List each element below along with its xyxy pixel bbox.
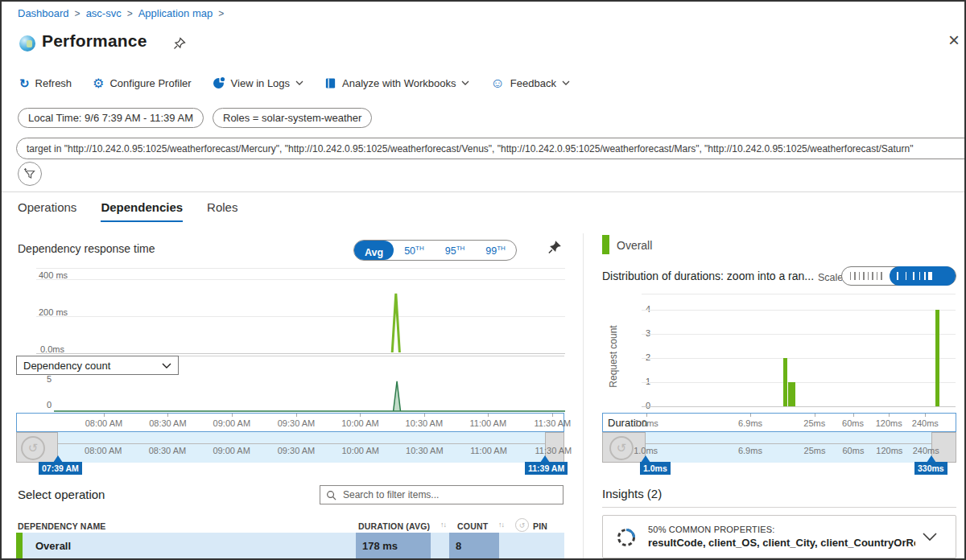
duration-axis: Duration 1.0ms 6.9ms 25ms 60ms 120ms 240…	[602, 413, 956, 432]
chart-title-dependency-response-time: Dependency response time	[18, 242, 155, 255]
distribution-title: Distribution of durations: zoom into a r…	[602, 270, 818, 282]
row-color-accent	[16, 533, 23, 558]
histogram-bar	[783, 358, 787, 406]
count-ytick-0: 0	[40, 400, 52, 410]
aggregation-toggle: Avg 50TH 95TH 99TH	[353, 240, 517, 261]
brush-end-label: 11:39 AM	[525, 462, 568, 475]
feedback-button[interactable]: ☺ Feedback	[490, 77, 569, 89]
brush-start-label: 07:39 AM	[39, 462, 82, 475]
chevron-down-icon[interactable]	[922, 532, 938, 541]
dependency-name-cell: Overall	[35, 540, 71, 552]
agg-50th[interactable]: 50TH	[394, 239, 435, 261]
reset-zoom-icon[interactable]: ↺	[609, 436, 634, 460]
page-title: Performance	[42, 31, 147, 51]
analyze-with-workbooks-button[interactable]: Analyze with Workbooks	[324, 77, 469, 89]
sort-count-icon[interactable]: ↑↓	[498, 521, 504, 529]
panel-divider	[583, 233, 584, 560]
chevron-down-icon	[295, 80, 303, 85]
histogram-bar	[788, 382, 795, 406]
col-pin: PIN	[533, 521, 547, 531]
roles-filter-pill[interactable]: Roles = solar-system-weather	[213, 108, 372, 128]
add-filter-button[interactable]	[18, 162, 42, 186]
duration-cell: 178 ms	[356, 533, 431, 558]
agg-99th[interactable]: 99TH	[475, 239, 516, 261]
smiley-icon: ☺	[490, 77, 504, 89]
legend-color-swatch	[602, 235, 609, 254]
time-filter-pill[interactable]: Local Time: 9/6 7:39 AM - 11:39 AM	[18, 108, 204, 128]
refresh-button[interactable]: ↻ Refresh	[19, 77, 72, 89]
scale-linear-option[interactable]	[842, 272, 890, 280]
x-axis-baseline	[642, 406, 956, 407]
close-icon[interactable]: ×	[948, 32, 960, 48]
breadcrumb-asc-svc[interactable]: asc-svc	[86, 7, 122, 19]
breadcrumb-separator: >	[218, 8, 224, 19]
view-in-logs-button[interactable]: View in Logs	[213, 76, 303, 89]
configure-profiler-button[interactable]: ⚙ Configure Profiler	[93, 77, 192, 89]
breadcrumb-separator: >	[75, 8, 80, 19]
insights-title: Insights (2)	[602, 487, 662, 500]
count-ytick-5: 5	[40, 374, 52, 384]
gear-icon: ⚙	[93, 77, 104, 89]
scale-toggle	[841, 266, 956, 286]
metric-dropdown[interactable]: Dependency count	[16, 356, 179, 375]
legend-label: Overall	[617, 239, 652, 252]
performance-blade: Dashboard>asc-svc>Application map> Perfo…	[0, 0, 966, 560]
gridline	[642, 294, 956, 294]
response-time-line-chart	[36, 270, 565, 353]
scale-label: Scale	[818, 272, 843, 283]
breadcrumb-application-map[interactable]: Application map	[138, 7, 213, 19]
brush-left-handle[interactable]: ↺	[16, 432, 58, 463]
search-icon	[326, 490, 336, 500]
tab-strip: Operations Dependencies Roles	[18, 200, 237, 222]
sort-duration-icon[interactable]: ↑↓	[440, 521, 446, 529]
count-cell: 8	[449, 533, 499, 558]
col-count: COUNT	[457, 521, 488, 531]
chevron-down-icon	[162, 363, 171, 369]
insight-card-body: resultCode, client_OS, client_City, clie…	[648, 537, 915, 549]
insight-card-common-properties[interactable]: 50% COMMON PROPERTIES: resultCode, clien…	[602, 515, 956, 558]
command-bar: ↻ Refresh ⚙ Configure Profiler View in L…	[19, 76, 570, 89]
workbook-icon	[324, 77, 336, 89]
duration-histogram	[642, 310, 956, 406]
breadcrumb-separator: >	[127, 8, 133, 19]
divider	[2, 191, 964, 192]
pin-blade-icon[interactable]	[173, 37, 186, 50]
time-axis: 08:00 AM 08:30 AM 09:00 AM 09:30 AM 10:0…	[16, 413, 564, 432]
search-box	[320, 485, 564, 504]
target-filter-pill[interactable]: target in "http://10.242.0.95:1025/weath…	[16, 138, 966, 159]
brush-axis-line	[646, 443, 931, 444]
reset-zoom-icon[interactable]: ↺	[21, 436, 45, 460]
tab-roles[interactable]: Roles	[207, 200, 237, 222]
search-input[interactable]	[341, 488, 557, 501]
chevron-down-icon	[562, 80, 570, 85]
scale-log-option[interactable]	[890, 266, 956, 286]
x-axis-baseline	[36, 353, 565, 354]
divider	[602, 507, 956, 508]
insight-donut-icon	[616, 527, 637, 548]
agg-avg[interactable]: Avg	[354, 241, 394, 260]
agg-95th[interactable]: 95TH	[435, 239, 476, 261]
pin-chart-icon[interactable]	[547, 239, 562, 255]
brush-end-label: 330ms	[914, 462, 947, 475]
col-duration-avg: DURATION (AVG)	[358, 521, 430, 531]
brush-axis-line	[58, 443, 545, 444]
tab-dependencies[interactable]: Dependencies	[101, 200, 183, 222]
histogram-bar	[935, 310, 939, 406]
select-operation-label: Select operation	[18, 488, 105, 501]
brush-start-label: 1.0ms	[640, 462, 671, 475]
tab-operations[interactable]: Operations	[18, 200, 76, 222]
time-range-brush: ↺ 08:00 AM 08:30 AM 09:00 AM 09:30 AM 10…	[16, 432, 564, 463]
dependency-count-area-chart	[54, 377, 565, 412]
breadcrumb-dashboard[interactable]: Dashboard	[18, 7, 69, 19]
table-row-overall[interactable]: Overall 178 ms 8	[16, 533, 564, 558]
gridline	[36, 268, 565, 269]
reset-pins-icon[interactable]: ↺	[515, 518, 529, 532]
filter-funnel-icon	[23, 167, 36, 180]
insight-card-title: 50% COMMON PROPERTIES:	[648, 525, 775, 534]
logs-icon	[213, 76, 225, 89]
refresh-icon: ↻	[19, 77, 30, 89]
duration-range-brush: ↺ 1.0ms 6.9ms 25ms 60ms 120ms 240ms 1.0m…	[602, 432, 956, 463]
application-insights-icon	[19, 35, 35, 51]
chevron-down-icon	[461, 80, 469, 85]
breadcrumb: Dashboard>asc-svc>Application map>	[18, 7, 229, 19]
